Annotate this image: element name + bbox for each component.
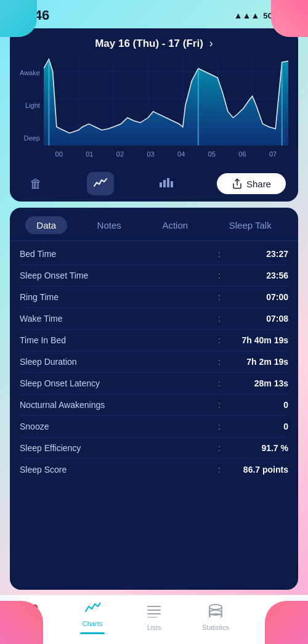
svg-rect-15 xyxy=(167,178,169,187)
nav-lists[interactable]: Lists xyxy=(123,604,185,631)
label-nocturnal: Nocturnal Awakenings xyxy=(20,400,212,410)
x-label-00: 00 xyxy=(44,150,75,160)
tab-notes[interactable]: Notes xyxy=(86,216,132,234)
table-row: Sleep Onset Latency : 28m 13s xyxy=(20,373,288,394)
data-card: Data Notes Action Sleep Talk Bed Time : … xyxy=(10,208,298,590)
nav-label-lists: Lists xyxy=(147,624,161,631)
label-sleep-onset-latency: Sleep Onset Latency xyxy=(20,378,212,388)
svg-rect-16 xyxy=(171,181,173,187)
line-chart-button[interactable] xyxy=(87,172,114,195)
nav-label-statistics: Statistics xyxy=(202,624,229,631)
x-axis: 00 01 02 03 04 05 06 07 xyxy=(44,148,288,160)
trash-icon: 🗑 xyxy=(30,177,42,191)
signal-icon: ▲▲▲ xyxy=(234,10,260,20)
nav-statistics[interactable]: Statistics xyxy=(185,604,246,631)
value-sleep-duration: 7h 2m 19s xyxy=(227,357,288,367)
charts-icon xyxy=(84,600,100,618)
statistics-icon xyxy=(208,604,224,621)
table-row: Sleep Score : 86.7 points xyxy=(20,459,288,480)
table-row: Sleep Efficiency : 91.7 % xyxy=(20,438,288,459)
value-time-in-bed: 7h 40m 19s xyxy=(227,335,288,345)
svg-rect-14 xyxy=(163,180,166,187)
bottom-nav: ⏰ Alarm Charts Lists xyxy=(0,595,308,644)
table-row: Bed Time : 23:27 xyxy=(20,243,288,265)
value-wake-time: 07:08 xyxy=(227,314,288,324)
phone-container: 09:46 ▲▲▲ 5G 90 May 16 (Thu) - 17 (Fri) … xyxy=(0,0,308,644)
svg-point-28 xyxy=(209,614,222,618)
chart-card: May 16 (Thu) - 17 (Fri) › Awake Light De… xyxy=(10,28,298,202)
value-ring-time: 07:00 xyxy=(227,292,288,302)
table-row: Wake Time : 07:08 xyxy=(20,308,288,330)
share-label: Share xyxy=(246,179,271,189)
x-label-05: 05 xyxy=(197,150,227,160)
y-label-light: Light xyxy=(20,102,40,109)
label-wake-time: Wake Time xyxy=(20,314,212,324)
label-sleep-efficiency: Sleep Efficiency xyxy=(20,443,212,453)
x-label-01: 01 xyxy=(74,150,105,160)
table-row: Time In Bed : 7h 40m 19s xyxy=(20,330,288,351)
sleep-svg xyxy=(44,56,288,145)
main-content: May 16 (Thu) - 17 (Fri) › Awake Light De… xyxy=(0,26,308,595)
value-bed-time: 23:27 xyxy=(227,249,288,259)
table-row: Nocturnal Awakenings : 0 xyxy=(20,394,288,416)
x-label-03: 03 xyxy=(136,150,166,160)
label-bed-time: Bed Time xyxy=(20,249,212,259)
y-axis: Awake Light Deep xyxy=(20,56,44,167)
sleep-graph-area: Awake Light Deep xyxy=(20,56,288,167)
delete-button[interactable]: 🗑 xyxy=(22,172,49,195)
x-label-06: 06 xyxy=(227,150,258,160)
table-row: Snooze : 0 xyxy=(20,416,288,438)
graph-container: 00 01 02 03 04 05 06 07 xyxy=(44,56,288,167)
value-sleep-onset: 23:56 xyxy=(227,271,288,280)
chart-title: May 16 (Thu) - 17 (Fri) xyxy=(95,38,203,50)
line-chart-icon xyxy=(93,176,108,192)
x-label-02: 02 xyxy=(105,150,136,160)
tab-data[interactable]: Data xyxy=(25,216,67,234)
lists-icon xyxy=(147,604,161,621)
label-time-in-bed: Time In Bed xyxy=(20,335,212,345)
value-snooze: 0 xyxy=(227,422,288,431)
label-snooze: Snooze xyxy=(20,422,212,431)
tab-action[interactable]: Action xyxy=(151,216,199,234)
deco-top-left xyxy=(0,0,37,37)
label-ring-time: Ring Time xyxy=(20,292,212,302)
table-row: Ring Time : 07:00 xyxy=(20,287,288,308)
svg-marker-9 xyxy=(44,59,288,145)
chart-toolbar: 🗑 xyxy=(20,172,288,195)
value-nocturnal: 0 xyxy=(227,400,288,410)
x-label-07: 07 xyxy=(257,150,288,160)
deco-top-right xyxy=(271,0,308,37)
nav-active-indicator xyxy=(80,632,105,634)
label-sleep-score: Sleep Score xyxy=(20,465,212,475)
label-sleep-onset: Sleep Onset Time xyxy=(20,271,212,280)
x-label-04: 04 xyxy=(166,150,197,160)
svg-point-22 xyxy=(209,605,222,609)
y-label-awake: Awake xyxy=(20,69,40,76)
data-rows: Bed Time : 23:27 Sleep Onset Time : 23:5… xyxy=(10,243,298,480)
deco-bottom-left xyxy=(0,601,43,644)
deco-bottom-right xyxy=(265,601,308,644)
label-sleep-duration: Sleep Duration xyxy=(20,357,212,367)
value-sleep-onset-latency: 28m 13s xyxy=(227,378,288,388)
chart-header: May 16 (Thu) - 17 (Fri) › xyxy=(20,37,288,50)
tab-divider xyxy=(10,240,298,241)
table-row: Sleep Duration : 7h 2m 19s xyxy=(20,351,288,373)
table-row: Sleep Onset Time : 23:56 xyxy=(20,265,288,287)
status-bar: 09:46 ▲▲▲ 5G 90 xyxy=(0,0,308,26)
share-button[interactable]: Share xyxy=(217,173,286,194)
y-label-deep: Deep xyxy=(20,134,40,142)
value-sleep-efficiency: 91.7 % xyxy=(227,443,288,453)
bar-chart-icon xyxy=(158,176,173,192)
value-sleep-score: 86.7 points xyxy=(227,465,288,475)
chart-nav-next[interactable]: › xyxy=(209,37,213,50)
svg-rect-13 xyxy=(160,182,162,187)
tabs-container: Data Notes Action Sleep Talk xyxy=(10,216,298,234)
nav-charts[interactable]: Charts xyxy=(62,600,123,634)
bar-chart-button[interactable] xyxy=(152,172,179,195)
nav-label-charts: Charts xyxy=(83,620,102,627)
tab-sleep-talk[interactable]: Sleep Talk xyxy=(218,216,283,234)
